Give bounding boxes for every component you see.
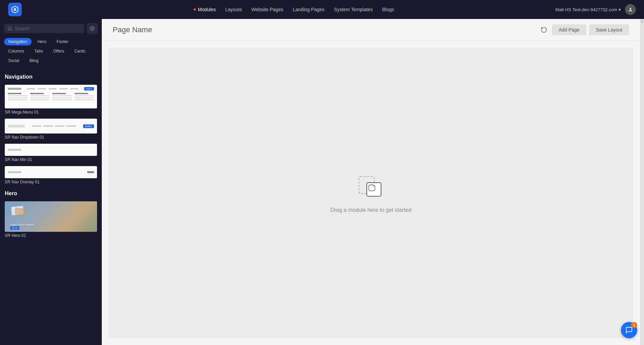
sidebar-content: Navigation (0, 67, 102, 345)
module-preview-nav-dropdown: Button (5, 119, 97, 134)
scrollbar[interactable]: ▲ (640, 19, 644, 345)
user-profile-button[interactable] (625, 4, 636, 15)
module-sr-nav-dropdown-01[interactable]: Button SR Nav Dropdown 01 (0, 117, 102, 142)
page-title: Page Name (113, 25, 538, 34)
drag-icon (357, 173, 384, 200)
search-input[interactable] (15, 26, 81, 31)
tag-navigation[interactable]: Navigation (4, 38, 32, 45)
nav-blogs[interactable]: Blogs (382, 7, 394, 12)
chat-badge: 1 (631, 322, 637, 328)
nav-system-templates[interactable]: System Templates (334, 7, 373, 12)
module-preview-mega-menu: Button (5, 85, 97, 108)
search-icon (7, 26, 12, 31)
tag-filters: Navigation Hero Footer Columns Tabs Offe… (0, 37, 102, 67)
module-sr-nav-min-01[interactable]: SR Nav Min 01 (0, 142, 102, 164)
sidebar-search-area (0, 19, 102, 37)
chat-widget-button[interactable]: 1 (621, 322, 637, 338)
topbar: Modules Layouts Website Pages Landing Pa… (0, 0, 644, 19)
module-preview-hero: Light Years Ahead Button (5, 201, 97, 232)
module-sr-nav-overlay-01[interactable]: SR Nav Overlay 01 (0, 164, 102, 186)
account-selector[interactable]: Matt HS Test-dev-9427732.com ▾ (555, 7, 621, 12)
tag-tabs[interactable]: Tabs (30, 47, 47, 55)
nav-layouts[interactable]: Layouts (225, 7, 242, 12)
tag-social[interactable]: Social (4, 57, 23, 64)
module-name-nav-dropdown: SR Nav Dropdown 01 (5, 135, 97, 140)
content-header: Page Name Add Page Save Layout (102, 19, 640, 41)
reset-button[interactable] (538, 24, 549, 35)
tag-footer[interactable]: Footer (53, 38, 73, 45)
content-area: Page Name Add Page Save Layout (102, 19, 640, 345)
module-name-nav-min: SR Nav Min 01 (5, 157, 97, 162)
module-preview-nav-min (5, 144, 97, 156)
reset-icon (541, 26, 547, 33)
tag-cards[interactable]: Cards (70, 47, 89, 55)
sidebar: Navigation Hero Footer Columns Tabs Offe… (0, 19, 102, 345)
module-name-nav-overlay: SR Nav Overlay 01 (5, 180, 97, 184)
scroll-up-arrow[interactable]: ▲ (641, 20, 643, 23)
hero-section-label: Hero (0, 186, 102, 199)
svg-point-2 (92, 28, 93, 29)
add-page-button[interactable]: Add Page (552, 24, 587, 35)
main-layout: Navigation Hero Footer Columns Tabs Offe… (0, 19, 644, 345)
drop-zone-text: Drag a module here to get started (330, 207, 411, 213)
save-layout-button[interactable]: Save Layout (589, 24, 629, 35)
svg-point-0 (629, 8, 631, 9)
chat-icon (625, 326, 633, 334)
tag-columns[interactable]: Columns (4, 47, 28, 55)
search-box[interactable] (4, 24, 84, 33)
tag-hero[interactable]: Hero (34, 38, 51, 45)
header-actions: Add Page Save Layout (538, 24, 629, 35)
module-name-mega-menu: SR Mega Menu 01 (5, 110, 97, 115)
app-logo[interactable] (8, 3, 22, 16)
drop-zone-inner: Drag a module here to get started (330, 173, 411, 213)
topbar-nav: Modules Layouts Website Pages Landing Pa… (33, 7, 555, 12)
active-dot (194, 8, 196, 11)
tag-offers[interactable]: Offers (49, 47, 68, 55)
module-name-hero: SR Hero 01 (5, 233, 97, 238)
module-sr-mega-menu-01[interactable]: Button (0, 83, 102, 117)
tag-bling[interactable]: Bling (25, 57, 43, 64)
nav-modules[interactable]: Modules (194, 7, 216, 12)
module-preview-nav-overlay (5, 166, 97, 178)
nav-landing-pages[interactable]: Landing Pages (293, 7, 324, 12)
navigation-section-label: Navigation (0, 70, 102, 83)
drop-zone: Drag a module here to get started (109, 48, 633, 338)
svg-point-1 (8, 27, 11, 30)
nav-website-pages[interactable]: Website Pages (251, 7, 283, 12)
topbar-right: Matt HS Test-dev-9427732.com ▾ (555, 4, 636, 15)
settings-button[interactable] (87, 23, 98, 34)
gear-icon (90, 26, 95, 31)
module-sr-hero-01[interactable]: Light Years Ahead Button SR Hero 01 (0, 199, 102, 240)
